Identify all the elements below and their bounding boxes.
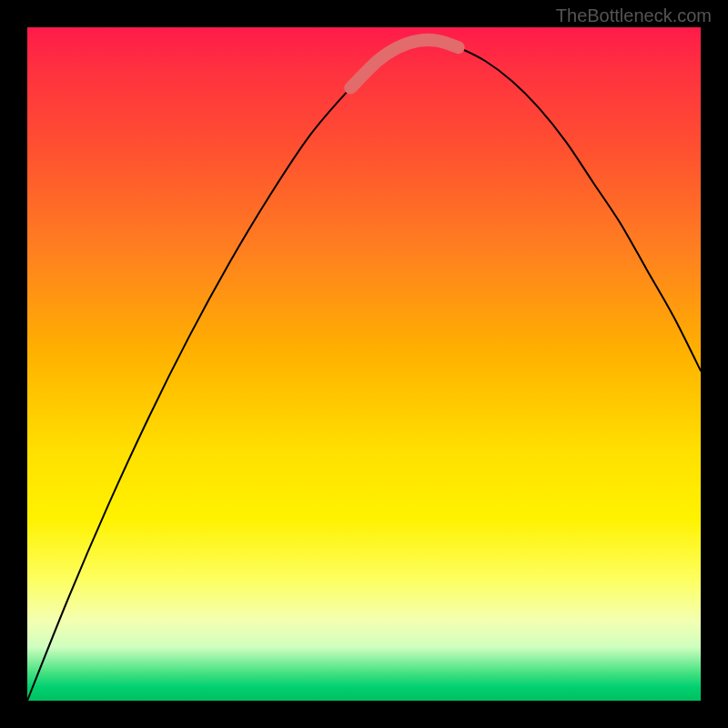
main-curve [27, 40, 701, 701]
watermark-text: TheBottleneck.com [556, 5, 712, 26]
chart-container: TheBottleneck.com [0, 0, 728, 728]
plot-area [27, 27, 701, 701]
curve-svg [27, 27, 701, 701]
highlight-segment [350, 40, 458, 88]
